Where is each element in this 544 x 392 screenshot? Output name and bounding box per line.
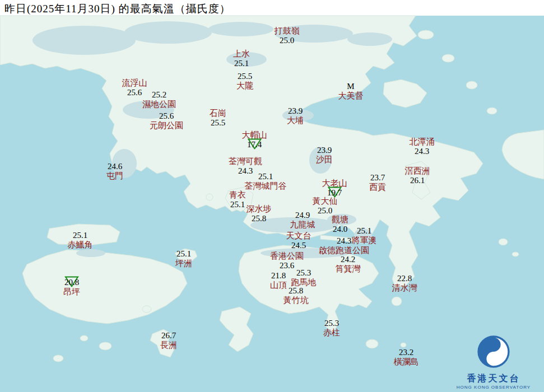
station-value: 25.0 (318, 206, 332, 216)
station-kwun-tong: 觀塘24.0 (332, 215, 348, 234)
station-tates-cairn: 大老山19.7 (322, 179, 347, 198)
station-value: 25.0 (280, 36, 294, 45)
station-value: 25.1 (234, 59, 249, 68)
station-value: 23.7 (370, 173, 385, 183)
station-name: 流浮山 (122, 78, 147, 88)
station-value: 21.8 (271, 271, 286, 281)
station-name: 九龍城 (290, 220, 315, 230)
station-value: 25.2 (152, 90, 166, 100)
station-name: 赤柱 (323, 328, 340, 338)
station-value: 23.9 (317, 146, 332, 155)
station-tai-mei-tuk: M大美督 (338, 82, 364, 101)
station-value: M (347, 82, 354, 91)
station-wetland-park: 25.2濕地公園 (142, 90, 176, 109)
station-value: 24.9 (295, 211, 310, 220)
station-shau-kei-wan: 24.2筲箕灣 (336, 255, 361, 274)
station-ta-kwu-ling: 打鼓嶺25.0 (275, 26, 300, 45)
station-value: 24.5 (291, 241, 306, 250)
station-name: 坪洲 (175, 259, 192, 268)
station-value: 24.2 (341, 255, 355, 264)
station-value: 25.1 (230, 200, 245, 209)
station-value: 25.1 (258, 172, 273, 181)
station-value: 23.2 (399, 348, 413, 357)
station-name: 啟德跑道公園 (319, 246, 369, 255)
station-value: 24.3 (337, 236, 351, 246)
station-name: 黃竹坑 (283, 296, 309, 305)
station-sha-tin: 23.9沙田 (316, 146, 333, 165)
station-name: 沙田 (316, 155, 333, 165)
station-name: 元朗公園 (150, 121, 183, 130)
station-tai-mo-shan: 大帽山17.4 (242, 130, 267, 150)
station-happy-valley: 25.3跑馬地 (291, 268, 317, 287)
station-name: 昂坪 (63, 287, 80, 297)
station-sai-kung: 23.7西貢 (369, 173, 386, 192)
station-name: 觀塘 (332, 215, 348, 225)
station-name: 北潭涌 (410, 137, 435, 147)
hko-logo-title-en: HONG KONG OBSERVATORY (449, 385, 538, 390)
station-tai-lung: 25.5大隴 (236, 72, 253, 91)
station-name: 清水灣 (392, 283, 417, 293)
station-value: 22.8 (397, 274, 412, 283)
station-tsing-yi: 青衣25.1 (229, 190, 246, 209)
hko-logo-icon (476, 334, 512, 370)
station-wong-chuk-hang: 25.8黃竹坑 (283, 286, 309, 305)
station-value: 25.6 (159, 111, 174, 121)
station-shek-kong: 石崗25.5 (210, 109, 226, 128)
station-sheung-shui: 上水25.1 (233, 49, 250, 68)
station-cheung-chau: 26.7長洲 (160, 331, 177, 350)
station-value: 20.8 (64, 278, 79, 287)
station-waglan-island: 23.2橫瀾島 (394, 348, 419, 367)
station-clear-water-bay: 22.8清水灣 (392, 274, 417, 293)
station-value: 24.3 (415, 147, 429, 156)
hko-logo: 香港天文台 HONG KONG OBSERVATORY (449, 334, 538, 390)
station-value: 25.1 (73, 231, 87, 240)
station-value: 25.1 (176, 249, 191, 259)
station-value: 23.9 (288, 106, 303, 116)
station-value: 25.3 (324, 319, 339, 328)
station-name: 大帽山 (242, 130, 267, 140)
station-name: 筲箕灣 (336, 264, 361, 274)
station-name: 濕地公園 (142, 100, 176, 109)
station-name: 香港公園 (270, 251, 304, 261)
station-value: 25.1 (357, 226, 371, 236)
station-kau-sai-chau: 滘西洲26.1 (405, 166, 430, 185)
station-kowloon-city: 24.9九龍城 (290, 211, 315, 230)
station-value: 25.3 (296, 268, 311, 278)
station-tuen-mun: 24.6屯門 (106, 162, 123, 181)
station-value: 25.5 (238, 72, 252, 81)
station-name: 上水 (233, 49, 250, 59)
station-name: 天文台 (286, 231, 311, 241)
station-value: 25.5 (211, 118, 225, 128)
hko-logo-title-zh: 香港天文台 (449, 373, 538, 385)
station-name: 赤鱲角 (68, 240, 93, 250)
station-name: 長洲 (160, 340, 177, 350)
station-name: 青衣 (229, 190, 246, 200)
station-tsuen-wan-shing-mun-valley: 25.1荃灣城門谷 (245, 172, 287, 191)
station-tai-po: 23.9大埔 (287, 106, 304, 125)
station-observatory: 天文台24.5 (286, 231, 311, 250)
station-ngong-ping: 20.8昂坪 (63, 278, 80, 297)
station-name: 大老山 (322, 179, 347, 188)
station-value: 26.1 (410, 176, 425, 185)
station-kai-tak-runway-park: 24.3啟德跑道公園 (319, 236, 369, 255)
station-name: 深水埗 (247, 204, 272, 214)
station-name: 大美督 (338, 91, 364, 101)
station-sham-shui-po: 深水埗25.8 (247, 204, 272, 223)
weather-map-screen: 昨日(2025年11月30日) 的最高氣溫（攝氏度） 打鼓嶺25.0上水25.1… (0, 0, 544, 392)
station-value: 17.4 (247, 140, 262, 150)
station-yuen-long-park: 25.6元朗公園 (150, 111, 183, 130)
station-name: 打鼓嶺 (275, 26, 300, 36)
station-name: 黃大仙 (313, 197, 338, 206)
station-name: 滘西洲 (405, 166, 430, 176)
station-stanley: 25.3赤柱 (323, 319, 340, 338)
station-name: 屯門 (106, 171, 123, 181)
station-name: 荃灣城門谷 (245, 181, 287, 191)
station-name: 橫瀾島 (394, 357, 419, 367)
station-chek-lap-kok: 25.1赤鱲角 (68, 231, 93, 250)
station-value: 24.0 (333, 225, 347, 234)
station-value: 25.6 (127, 88, 142, 97)
station-hong-kong-park: 香港公園23.6 (270, 251, 304, 270)
station-value: 24.6 (108, 162, 122, 171)
station-name: 石崗 (210, 109, 226, 118)
station-value: 26.7 (161, 331, 176, 340)
